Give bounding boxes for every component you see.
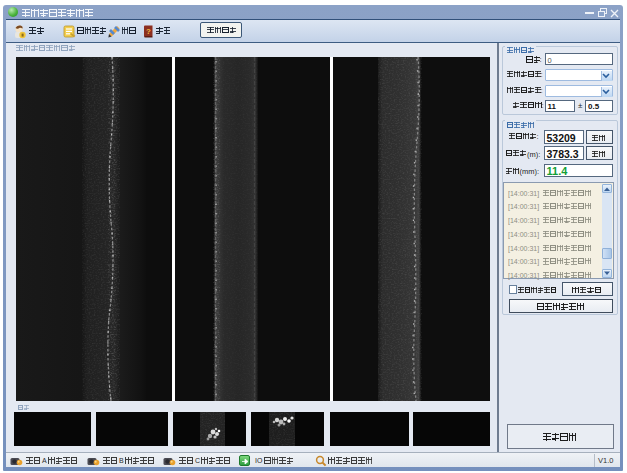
svg-text:?: ? (146, 27, 151, 36)
